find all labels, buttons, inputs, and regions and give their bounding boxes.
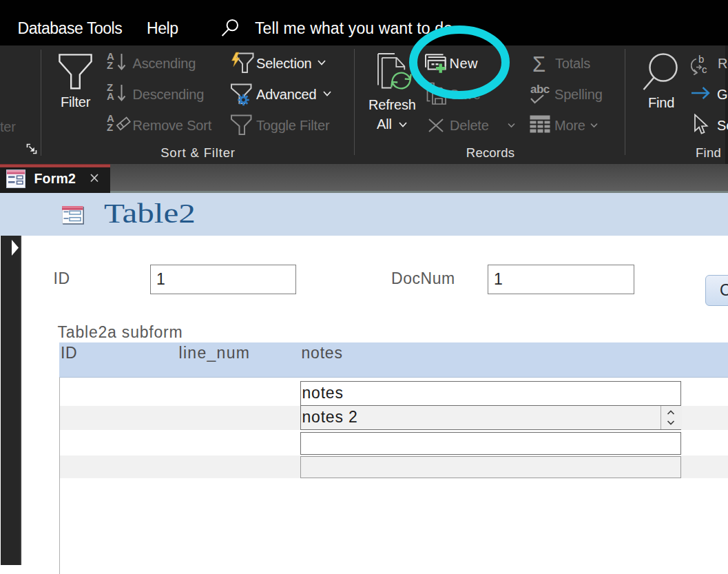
svg-text:c: c bbox=[702, 63, 707, 75]
